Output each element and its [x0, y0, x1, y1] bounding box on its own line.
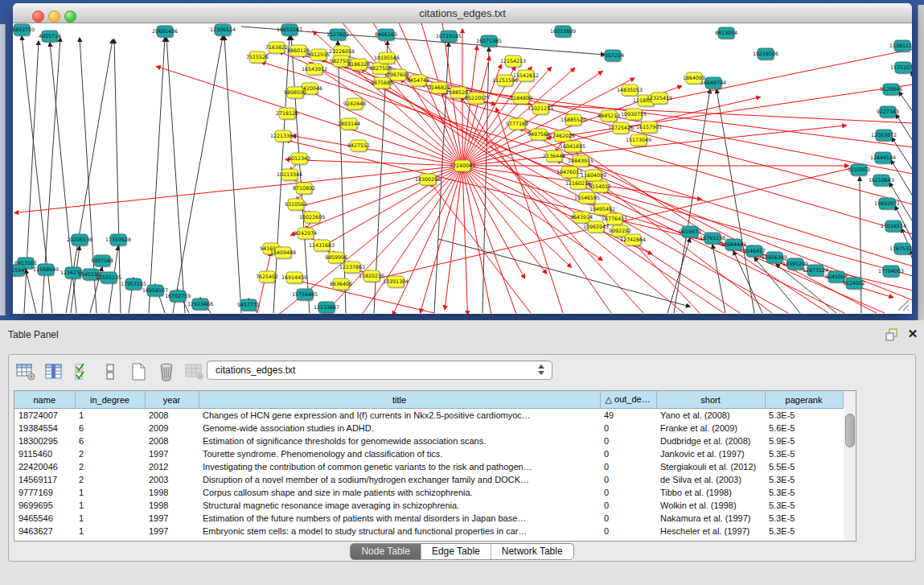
graph-node[interactable]: 16041695 [560, 141, 585, 154]
graph-node[interactable]: 9012343 [288, 153, 310, 166]
graph-node[interactable]: 9859996 [325, 252, 347, 265]
graph-node[interactable]: 9619979 [679, 226, 701, 239]
table-cell[interactable]: 0 [600, 525, 656, 538]
graph-node[interactable]: 20691406 [152, 26, 178, 39]
graph-node[interactable]: 10930755 [621, 109, 647, 122]
table-cell[interactable]: 0 [600, 512, 656, 525]
table-cell[interactable]: 18724007 [14, 409, 75, 422]
graph-node[interactable]: 10476013 [556, 167, 582, 179]
graph-node[interactable]: 1184809 [510, 93, 532, 105]
graph-node[interactable]: 10965943 [583, 221, 609, 234]
table-scrollbar-thumb[interactable] [845, 414, 855, 447]
graph-node[interactable]: 10213344 [277, 169, 302, 182]
graph-edge[interactable] [438, 239, 690, 307]
table-scrollbar[interactable] [844, 390, 856, 542]
tab-network-table[interactable]: Network Table [491, 544, 573, 559]
tab-edge-table[interactable]: Edge Table [421, 544, 491, 559]
table-cell[interactable]: 0 [600, 447, 656, 460]
graph-node[interactable]: 9310563 [285, 199, 307, 212]
graph-node[interactable]: 20206536 [67, 234, 92, 247]
graph-edge[interactable] [392, 166, 462, 314]
table-cell[interactable]: 2008 [145, 435, 199, 447]
graph-node[interactable]: 16543912 [302, 64, 327, 76]
graph-edge[interactable] [343, 65, 788, 313]
table-cell[interactable]: Disruption of a novel member of a sodium… [199, 473, 600, 486]
table-cell[interactable]: Dudbridge et al. (2008) [656, 435, 765, 447]
graph-edge[interactable] [14, 166, 462, 213]
table-cell[interactable]: Franke et al. (2009) [656, 422, 765, 435]
graph-edge[interactable] [173, 36, 223, 313]
column-header[interactable]: year [145, 391, 199, 409]
table-cell[interactable]: 1 [75, 409, 145, 422]
graph-node[interactable]: 11381111 [889, 40, 912, 53]
table-cell[interactable]: 49 [600, 409, 656, 422]
graph-node[interactable]: 16893710 [13, 24, 35, 37]
graph-node[interactable]: 9242974 [294, 228, 317, 241]
table-settings-icon[interactable] [15, 362, 36, 381]
graph-node[interactable]: 9898590 [284, 87, 306, 100]
graph-node[interactable]: 8454749 [407, 75, 429, 88]
table-cell[interactable]: 0 [600, 460, 656, 473]
graph-node[interactable]: 10391304 [383, 276, 409, 289]
graph-node[interactable]: 15820236 [359, 270, 384, 283]
graph-node[interactable]: 9397588 [91, 255, 113, 268]
table-row[interactable]: 1456911722003Disruption of a novel membe… [14, 473, 843, 486]
table-cell[interactable]: Tourette syndrome. Phenomenology and cla… [199, 447, 600, 460]
graph-node[interactable]: 17359928 [105, 234, 131, 247]
graph-node[interactable]: 16157901 [636, 122, 662, 134]
select-columns-check-icon[interactable] [72, 362, 92, 381]
graph-node[interactable]: 17704003 [878, 266, 904, 278]
graph-node[interactable]: 15751074 [890, 62, 912, 75]
graph-node[interactable]: 2136448 [543, 150, 565, 163]
graph-node[interactable]: 2803144 [338, 118, 360, 131]
graph-node[interactable]: 12021253 [528, 103, 553, 116]
graph-node[interactable]: 12133867 [314, 302, 339, 314]
table-row[interactable]: 969969511998Structural magnetic resonanc… [14, 499, 843, 512]
graph-edge[interactable] [294, 166, 462, 208]
table-select-dropdown[interactable]: citations_edges.txt [207, 360, 552, 380]
graph-node[interactable]: 1864093 [683, 72, 705, 85]
graph-edge[interactable] [910, 250, 912, 295]
table-cell[interactable]: 2003 [145, 473, 199, 486]
table-cell[interactable]: 2 [75, 447, 145, 460]
table-cell[interactable]: 1 [75, 499, 145, 512]
graph-node[interactable]: 2718126 [276, 108, 298, 121]
table-cell[interactable]: 14569117 [14, 473, 75, 486]
graph-node[interactable]: 10725426 [608, 122, 634, 135]
table-cell[interactable]: 1 [75, 486, 145, 499]
graph-node[interactable]: 16071385 [476, 35, 502, 48]
graph-edge[interactable] [285, 159, 462, 166]
table-cell[interactable]: 0 [600, 435, 656, 447]
graph-node[interactable]: 8912935 [307, 49, 330, 62]
graph-node[interactable]: 8466160 [375, 29, 397, 42]
row-height-icon[interactable] [100, 362, 121, 381]
table-row[interactable]: 1872400712008Changes of HCN gene express… [14, 409, 843, 422]
graph-node[interactable]: 12093872 [871, 130, 897, 142]
graph-node[interactable]: 7163822 [265, 42, 288, 55]
table-cell[interactable]: Genome-wide association studies in ADHD. [199, 422, 600, 435]
graph-node[interactable]: 12923468 [187, 299, 213, 311]
table-cell[interactable]: 9699695 [14, 499, 75, 512]
graph-edge[interactable] [896, 114, 912, 159]
graph-node[interactable]: 15409488 [270, 247, 296, 260]
table-cell[interactable]: de Silva et al. (2003) [656, 473, 765, 486]
table-cell[interactable]: 1 [75, 512, 145, 525]
graph-node[interactable]: 9457771 [237, 299, 260, 312]
table-cell[interactable]: 5.3E-5 [765, 512, 843, 525]
table-cell[interactable]: 1998 [145, 499, 199, 512]
graph-node[interactable]: 10719185 [436, 31, 462, 43]
graph-node[interactable]: 12742864 [620, 234, 646, 247]
table-cell[interactable]: 9463627 [14, 525, 75, 538]
float-panel-icon[interactable] [885, 328, 898, 341]
graph-node[interactable]: 9777169 [506, 118, 528, 131]
table-cell[interactable]: Embryonic stem cells: a model to study s… [199, 525, 600, 538]
graph-node[interactable]: 12237863 [339, 262, 365, 274]
table-cell[interactable]: Estimation of significance thresholds fo… [199, 435, 600, 447]
graph-node[interactable]: 16033809 [550, 26, 576, 39]
column-header[interactable]: in_degree [75, 391, 145, 409]
tab-node-table[interactable]: Node Table [351, 544, 421, 559]
table-cell[interactable]: Estimation of the future numbers of pati… [199, 512, 600, 525]
graph-node[interactable]: 11568649 [33, 264, 59, 277]
graph-node[interactable]: 9129946 [880, 84, 902, 97]
table-cell[interactable]: 5.3E-5 [765, 409, 843, 422]
